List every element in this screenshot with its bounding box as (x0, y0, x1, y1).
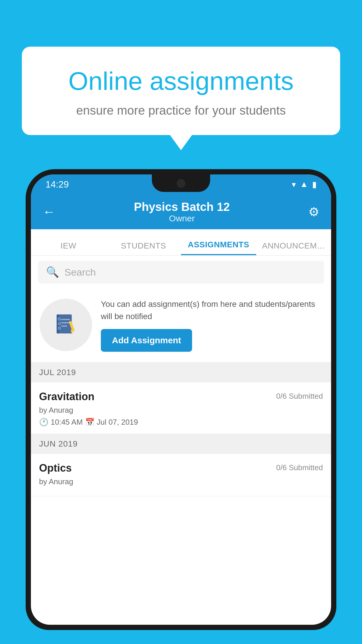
header-subtitle: Owner (134, 214, 230, 223)
notebook-svg-icon (53, 312, 79, 338)
assignment-submitted-optics: 0/6 Submitted (276, 463, 323, 472)
promo-description: You can add assignment(s) from here and … (101, 298, 322, 323)
svg-rect-4 (61, 326, 67, 326)
tab-announcements[interactable]: ANNOUNCEM… (256, 241, 331, 255)
battery-icon: ▮ (312, 180, 317, 189)
calendar-icon: 📅 (85, 418, 94, 427)
phone-frame: 14:29 ▾ ▲ ▮ ← Physics Batch 12 Owner ⚙ I… (26, 169, 336, 644)
tab-iew[interactable]: IEW (31, 241, 106, 255)
clock-icon: 🕐 (39, 418, 48, 427)
app-header: ← Physics Batch 12 Owner ⚙ (31, 194, 331, 229)
phone-screen: 14:29 ▾ ▲ ▮ ← Physics Batch 12 Owner ⚙ I… (31, 174, 331, 625)
search-placeholder: Search (64, 267, 96, 278)
search-container: 🔍 Search (31, 256, 331, 289)
assignment-meta-gravitation: 🕐 10:45 AM 📅 Jul 07, 2019 (39, 418, 323, 427)
settings-icon[interactable]: ⚙ (308, 205, 319, 219)
section-jul-2019: JUL 2019 (31, 363, 331, 382)
tab-students[interactable]: STUDENTS (106, 241, 181, 255)
assignment-name-gravitation: Gravitation (39, 391, 94, 403)
assignment-author-optics: by Anurag (39, 477, 323, 486)
assignment-name-optics: Optics (39, 462, 72, 474)
assignment-time-gravitation: 10:45 AM (51, 418, 83, 427)
promo-content: You can add assignment(s) from here and … (101, 298, 322, 352)
promo-icon-circle (40, 299, 92, 351)
promo-section: You can add assignment(s) from here and … (31, 289, 331, 363)
phone-outer: 14:29 ▾ ▲ ▮ ← Physics Batch 12 Owner ⚙ I… (26, 169, 336, 630)
section-jun-2019: JUN 2019 (31, 434, 331, 454)
bubble-title: Online assignments (45, 67, 317, 95)
header-title: Physics Batch 12 (134, 200, 230, 214)
assignment-date-gravitation: Jul 07, 2019 (97, 418, 138, 427)
speech-bubble-container: Online assignments ensure more practice … (22, 47, 340, 135)
assignment-top-row: Gravitation 0/6 Submitted (39, 391, 323, 403)
wifi-icon: ▾ (292, 180, 296, 189)
assignment-item-gravitation[interactable]: Gravitation 0/6 Submitted by Anurag 🕐 10… (31, 382, 331, 434)
phone-camera (177, 179, 185, 188)
search-bar[interactable]: 🔍 Search (38, 261, 324, 284)
bubble-subtitle: ensure more practice for your students (45, 104, 317, 118)
tab-bar: IEW STUDENTS ASSIGNMENTS ANNOUNCEM… (31, 229, 331, 256)
phone-notch (152, 174, 210, 192)
assignment-item-optics[interactable]: Optics 0/6 Submitted by Anurag (31, 454, 331, 496)
search-icon: 🔍 (46, 266, 59, 278)
assignment-submitted-gravitation: 0/6 Submitted (276, 392, 323, 401)
speech-bubble: Online assignments ensure more practice … (22, 47, 340, 135)
assignment-author-gravitation: by Anurag (39, 406, 323, 415)
svg-rect-3 (61, 322, 70, 323)
signal-icon: ▲ (300, 180, 308, 189)
back-button[interactable]: ← (43, 204, 55, 219)
svg-rect-2 (61, 319, 70, 320)
assignment-top-row-optics: Optics 0/6 Submitted (39, 462, 323, 474)
status-time: 14:29 (45, 179, 69, 190)
tab-assignments[interactable]: ASSIGNMENTS (181, 240, 256, 255)
status-icons: ▾ ▲ ▮ (292, 180, 317, 189)
add-assignment-button[interactable]: Add Assignment (101, 329, 192, 352)
header-center: Physics Batch 12 Owner (134, 200, 230, 223)
